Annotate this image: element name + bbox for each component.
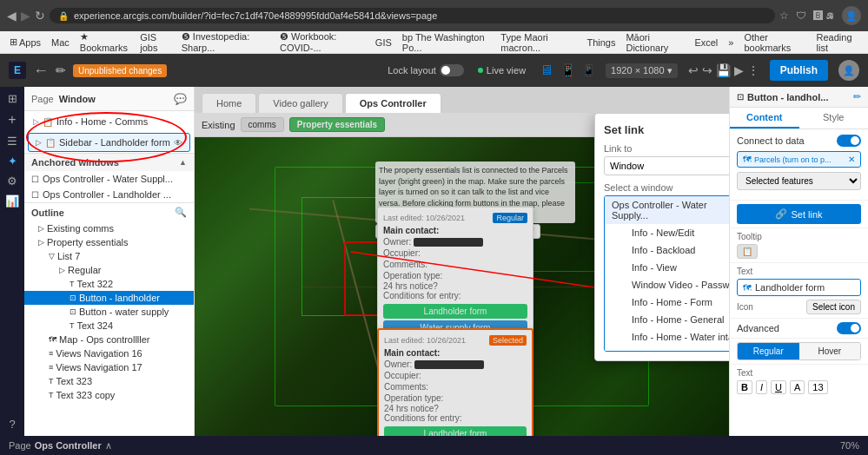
outline-item-property-essentials[interactable]: ▷ Property essentials bbox=[24, 235, 194, 249]
things-bookmark[interactable]: Things bbox=[582, 36, 620, 49]
browser-chrome: ◀ ▶ ↻ 🔒 experience.arcgis.com/builder/?i… bbox=[0, 0, 868, 31]
mac-bookmark[interactable]: Mac bbox=[47, 36, 74, 49]
window-label[interactable]: Window bbox=[59, 94, 96, 104]
outline-item-text322[interactable]: T Text 322 bbox=[24, 277, 194, 291]
selected-features-select[interactable]: Selected features bbox=[737, 172, 861, 190]
dropdown-option-video[interactable]: Window Video - Password bbox=[605, 276, 729, 293]
tab-video-gallery[interactable]: Video gallery bbox=[258, 93, 342, 113]
bookmark-star-icon[interactable]: ☆ bbox=[779, 10, 789, 22]
dropdown-option-home-form[interactable]: Info - Home - Form bbox=[605, 293, 729, 311]
address-bar[interactable]: 🔒 experience.arcgis.com/builder/?id=fec7… bbox=[50, 8, 775, 23]
back-nav-button[interactable]: ← bbox=[33, 62, 49, 80]
font-size-display[interactable]: 13 bbox=[808, 380, 827, 394]
regular-state-btn[interactable]: Regular bbox=[738, 343, 799, 359]
right-panel-edit-button[interactable]: ✏ bbox=[853, 91, 861, 102]
data-nav-icon[interactable]: 📊 bbox=[5, 195, 19, 208]
dropdown-header-value[interactable]: Ops Controller - Water Supply... ▼ bbox=[605, 196, 729, 224]
sidebar-item-landholder-form[interactable]: ▷ 📋 Sidebar - Landholder form 👁 bbox=[28, 133, 190, 152]
undo-icon[interactable]: ↩ bbox=[688, 63, 699, 77]
advanced-toggle[interactable] bbox=[837, 322, 861, 334]
layers-nav-icon[interactable]: ☰ bbox=[7, 135, 17, 148]
tab-ops-controller[interactable]: Ops Controller bbox=[345, 93, 441, 113]
more-bookmarks[interactable]: » bbox=[724, 36, 738, 49]
apps-bookmark[interactable]: ⊞ Apps bbox=[5, 35, 45, 49]
connect-data-toggle[interactable] bbox=[837, 135, 861, 147]
dropdown-option-home-general[interactable]: Info - Home - General bbox=[605, 311, 729, 328]
investopedia-bookmark[interactable]: ❺ Investopedia: Sharp... bbox=[177, 31, 274, 54]
color-button[interactable]: A bbox=[790, 380, 805, 394]
far-left-nav: ⊞ + ☰ ✦ ⚙ 📊 ? bbox=[0, 87, 24, 436]
tablet-icon[interactable]: 📱 bbox=[560, 63, 575, 77]
washington-bookmark[interactable]: bp The Washington Po... bbox=[398, 31, 495, 54]
save-icon[interactable]: 💾 bbox=[716, 63, 731, 77]
other-bookmarks[interactable]: Other bookmarks bbox=[739, 31, 810, 54]
italic-button[interactable]: I bbox=[756, 380, 767, 394]
status-arrow-icon[interactable]: ∧ bbox=[105, 440, 112, 452]
outline-item-viewnav17[interactable]: ≡ Views Navigation 17 bbox=[24, 360, 194, 374]
add-nav-icon[interactable]: + bbox=[8, 112, 16, 128]
underline-button[interactable]: U bbox=[771, 380, 786, 394]
anchored-item-2[interactable]: ☐ Ops Controller - Landholder ... bbox=[24, 187, 194, 202]
excel-bookmark[interactable]: Excel bbox=[690, 36, 722, 49]
dropdown-option-view[interactable]: Info - View bbox=[605, 259, 729, 276]
resolution-badge[interactable]: 1920 × 1080 ▾ bbox=[606, 63, 678, 78]
lock-layout-toggle[interactable] bbox=[440, 64, 464, 76]
select-icon-button[interactable]: Select icon bbox=[806, 300, 861, 314]
text-input-display[interactable]: 🗺 Landholder form bbox=[737, 279, 861, 296]
outline-item-text324[interactable]: T Text 324 bbox=[24, 319, 194, 333]
redo-icon[interactable]: ↪ bbox=[702, 63, 712, 77]
tab-content[interactable]: Content bbox=[730, 108, 799, 129]
map-icon-outline: 🗺 bbox=[49, 335, 56, 344]
sidebar-item-info-home-comms[interactable]: ▷ 📋 Info - Home - Comms bbox=[24, 111, 194, 132]
home-nav-icon[interactable]: ⊞ bbox=[8, 92, 17, 105]
anchored-windows-header[interactable]: Anchored windows ▲ bbox=[24, 154, 194, 171]
outline-item-regular[interactable]: ▷ Regular bbox=[24, 263, 194, 277]
anchored-item-1[interactable]: ☐ Ops Controller - Water Suppl... bbox=[24, 171, 194, 187]
preview-icon[interactable]: ▶ bbox=[734, 63, 744, 77]
tab-style[interactable]: Style bbox=[799, 108, 869, 129]
zoom-label[interactable]: 70% bbox=[840, 440, 859, 451]
pointer-nav-icon[interactable]: ✦ bbox=[8, 155, 17, 168]
maori-dict-bookmark[interactable]: Māori Dictionary bbox=[621, 31, 688, 54]
more-options-icon[interactable]: ⋮ bbox=[747, 63, 759, 77]
back-button[interactable]: ◀ bbox=[7, 9, 17, 23]
gis-jobs-bookmark[interactable]: GIS jobs bbox=[136, 31, 176, 54]
outline-item-existing-comms[interactable]: ▷ Existing comms bbox=[24, 221, 194, 235]
maori-type-bookmark[interactable]: Type Maori macron... bbox=[496, 31, 580, 54]
dropdown-option-new-edit[interactable]: Info - New/Edit bbox=[605, 224, 729, 241]
phone-icon[interactable]: 📱 bbox=[582, 64, 595, 76]
outline-item-text323[interactable]: T Text 323 bbox=[24, 374, 194, 388]
dropdown-option-water-intakes[interactable]: Info - Home - Water intakes bbox=[605, 328, 729, 346]
tooltip-icon-btn[interactable]: 📋 bbox=[737, 244, 758, 259]
set-link-button[interactable]: 🔗 Set link bbox=[737, 204, 861, 224]
sidebar-message-icon[interactable]: 💬 bbox=[174, 93, 187, 105]
user-avatar[interactable]: 👤 bbox=[838, 60, 859, 81]
outline-item-button-landholder[interactable]: ⊡ Button - landholder bbox=[24, 291, 194, 305]
forward-button[interactable]: ▶ bbox=[21, 9, 30, 23]
dropdown-option-backload[interactable]: Info - Backload bbox=[605, 241, 729, 259]
workbook-bookmark[interactable]: ❺ Workbook: COVID-... bbox=[275, 31, 369, 54]
outline-item-list7[interactable]: ▽ List 7 bbox=[24, 249, 194, 263]
bookmarks-bookmark[interactable]: ★ Bookmarks bbox=[76, 31, 134, 54]
reading-list-bookmark[interactable]: Reading list bbox=[812, 31, 863, 54]
outline-item-map[interactable]: 🗺 Map - Ops controllller bbox=[24, 333, 194, 346]
help-nav-icon[interactable]: ? bbox=[9, 418, 15, 431]
gis-bookmark[interactable]: GIS bbox=[371, 36, 396, 49]
outline-item-text323-copy[interactable]: T Text 323 copy bbox=[24, 388, 194, 402]
tab-home[interactable]: Home bbox=[202, 93, 256, 113]
hover-state-btn[interactable]: Hover bbox=[799, 343, 861, 359]
desktop-icon[interactable]: 🖥 bbox=[540, 63, 553, 78]
outline-item-button-water[interactable]: ⊡ Button - water supply bbox=[24, 305, 194, 319]
profile-icon[interactable]: 👤 bbox=[842, 6, 861, 25]
parcels-close-icon[interactable]: ✕ bbox=[848, 155, 855, 164]
search-icon[interactable]: 🔍 bbox=[175, 207, 187, 218]
bold-button[interactable]: B bbox=[737, 380, 752, 394]
refresh-button[interactable]: ↻ bbox=[35, 9, 45, 23]
link-to-select[interactable]: Window ▼ bbox=[604, 156, 729, 175]
outline-item-label-10: Views Navigation 16 bbox=[56, 348, 142, 359]
publish-button[interactable]: Publish bbox=[770, 60, 828, 81]
settings-nav-icon[interactable]: ⚙ bbox=[7, 175, 17, 188]
pencil-button[interactable]: ✏ bbox=[56, 63, 66, 77]
dropdown-option-home-comms[interactable]: Info - Home - Comms bbox=[605, 346, 729, 352]
outline-item-viewnav16[interactable]: ≡ Views Navigation 16 bbox=[24, 346, 194, 360]
